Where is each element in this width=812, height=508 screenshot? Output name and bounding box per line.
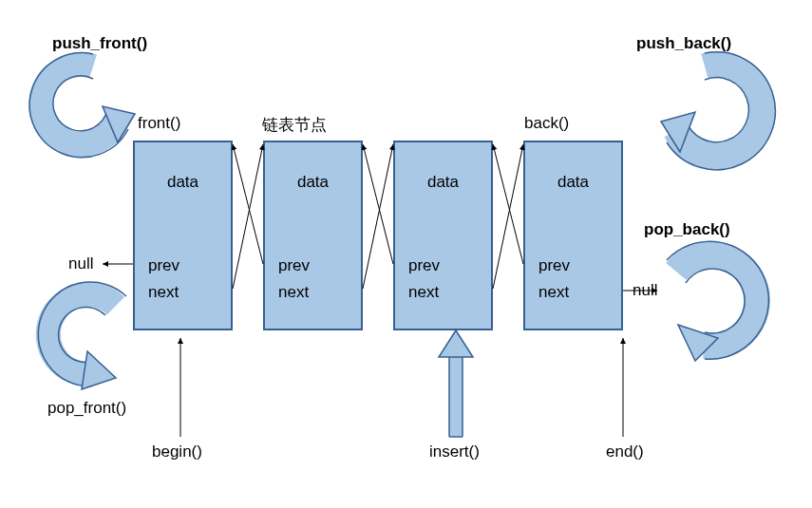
svg-marker-16	[82, 351, 116, 389]
push-front-arrow-icon	[36, 57, 141, 171]
pop-back-arrow-icon	[655, 243, 769, 376]
pop-front-arrow-icon	[34, 283, 139, 397]
push-back-arrow-icon	[655, 57, 769, 190]
svg-marker-11	[439, 330, 473, 357]
